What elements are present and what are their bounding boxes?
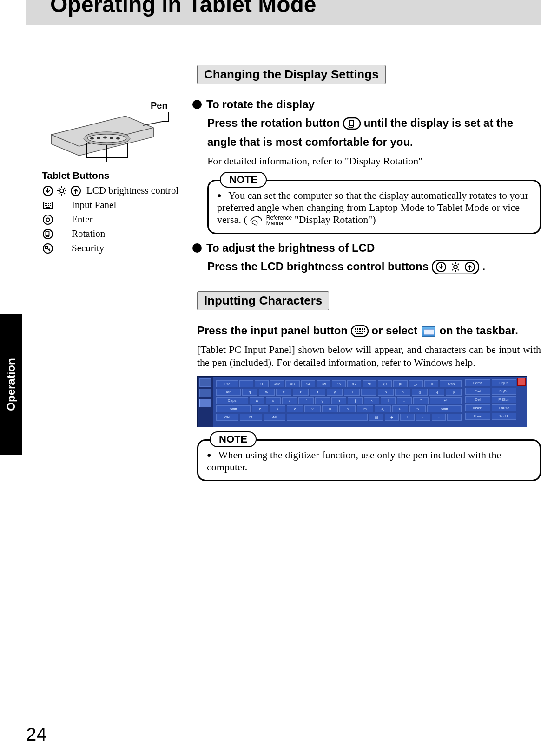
cmd-text: Press the LCD brightness control buttons bbox=[207, 260, 432, 273]
subsection-title: To adjust the brightness of LCD bbox=[206, 241, 375, 254]
brightness-command: Press the LCD brightness control buttons… bbox=[207, 257, 541, 276]
tablet-buttons-list: LCD brightness control Input Panel Enter… bbox=[42, 185, 191, 254]
enter-icon bbox=[43, 215, 53, 225]
tb-row-input-panel: Input Panel bbox=[42, 199, 191, 211]
keyboard-keys: Esc~`!1@2#3$4%5^6&7*8(9)0_-+=BkspTabqwer… bbox=[216, 380, 462, 423]
svg-point-48 bbox=[116, 137, 120, 140]
bullet-icon bbox=[192, 100, 202, 109]
side-tab-operation: Operation bbox=[0, 314, 22, 455]
rotation-icon bbox=[43, 229, 53, 239]
tb-label: LCD brightness control bbox=[86, 185, 178, 196]
cmd-text: . bbox=[482, 260, 485, 273]
device-illustration bbox=[42, 102, 163, 163]
tb-row-security: Security bbox=[42, 242, 191, 254]
rotate-command: Press the rotation button until the disp… bbox=[207, 114, 541, 152]
page-number: 24 bbox=[26, 724, 47, 745]
note-box-2: NOTE When using the digitizer function, … bbox=[197, 439, 541, 481]
pen-leader-line bbox=[162, 121, 169, 122]
svg-point-45 bbox=[97, 137, 100, 139]
brightness-down-icon bbox=[43, 186, 53, 196]
note-item: When using the digitizer function, use o… bbox=[207, 449, 533, 473]
keyboard-side-keys: HomePgUpEndPgDnDelPrtScnInsertPauseFuncS… bbox=[465, 379, 516, 425]
note-item: You can set the computer so that the dis… bbox=[217, 189, 533, 226]
svg-point-44 bbox=[90, 137, 94, 140]
subsection-rotate: To rotate the display bbox=[192, 98, 541, 111]
cmd-text: Press the rotation button bbox=[207, 117, 343, 129]
bullet-icon bbox=[192, 243, 202, 253]
tb-label: Input Panel bbox=[72, 199, 116, 211]
page-title: Operating in Tablet Mode bbox=[50, 0, 316, 17]
subsection-brightness: To adjust the brightness of LCD bbox=[192, 241, 541, 254]
input-panel-body: [Tablet PC Input Panel] shown below will… bbox=[197, 343, 541, 370]
main-content: Changing the Display Settings To rotate … bbox=[197, 65, 541, 487]
note-label: NOTE bbox=[220, 172, 267, 188]
panel-mode-tabs bbox=[198, 377, 213, 427]
section-changing-display: Changing the Display Settings bbox=[197, 65, 386, 84]
cmd-text: on the taskbar. bbox=[439, 324, 518, 337]
rotate-detail: For detailed information, refer to "Disp… bbox=[207, 155, 541, 168]
pen-leader-line bbox=[168, 112, 169, 121]
svg-line-49 bbox=[143, 122, 162, 125]
reference-manual-label: ReferenceManual bbox=[266, 215, 292, 226]
taskbar-input-panel-icon bbox=[422, 326, 435, 337]
sidebar: Pen bbox=[42, 102, 191, 257]
tb-row-enter: Enter bbox=[42, 214, 191, 225]
svg-point-47 bbox=[110, 137, 113, 139]
section-inputting: Inputting Characters bbox=[197, 291, 329, 310]
cmd-text: or select bbox=[371, 324, 420, 337]
keyboard-icon bbox=[43, 200, 53, 210]
input-panel-command: Press the input panel button or select o… bbox=[197, 321, 541, 340]
note-box-1: NOTE You can set the computer so that th… bbox=[207, 180, 541, 234]
tb-label: Enter bbox=[72, 214, 92, 225]
cmd-text: Press the input panel button bbox=[197, 324, 351, 337]
side-tab-label: Operation bbox=[5, 358, 18, 411]
tb-row-rotation: Rotation bbox=[42, 228, 191, 240]
tb-row-brightness: LCD brightness control bbox=[42, 185, 191, 196]
security-icon bbox=[43, 243, 53, 254]
tb-label: Rotation bbox=[72, 228, 105, 240]
note-label: NOTE bbox=[210, 431, 257, 447]
sun-icon bbox=[57, 186, 67, 196]
rotation-button-icon bbox=[343, 117, 361, 130]
note-text: When using the digitizer function, use o… bbox=[207, 449, 501, 473]
input-panel-screenshot: Esc~`!1@2#3$4%5^6&7*8(9)0_-+=BkspTabqwer… bbox=[197, 376, 527, 427]
brightness-up-icon bbox=[71, 186, 81, 196]
note-text: "Display Rotation") bbox=[295, 214, 376, 225]
input-panel-button-icon bbox=[351, 325, 369, 337]
tb-label: Security bbox=[72, 242, 104, 254]
tablet-buttons-title: Tablet Buttons bbox=[42, 170, 191, 181]
brightness-buttons-icon bbox=[432, 260, 479, 274]
close-icon bbox=[517, 378, 526, 386]
svg-point-46 bbox=[103, 137, 107, 139]
subsection-title: To rotate the display bbox=[206, 98, 315, 111]
reference-hand-icon bbox=[250, 215, 263, 226]
